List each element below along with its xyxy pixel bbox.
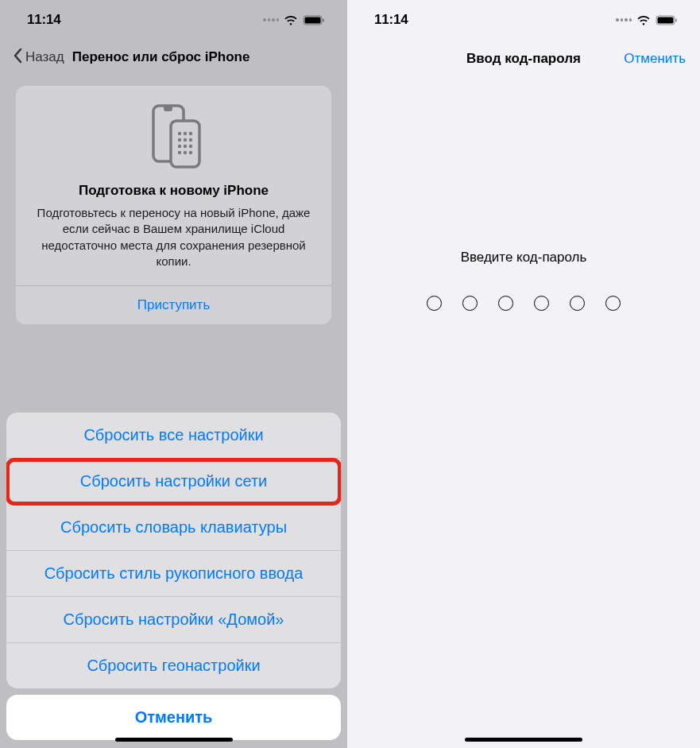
pin-dot — [534, 296, 549, 311]
passcode-nav-bar: Ввод код-пароля Отменить — [347, 41, 700, 76]
svg-point-12 — [177, 145, 180, 148]
page-title: Перенос или сброс iPhone — [72, 49, 250, 65]
svg-point-13 — [183, 145, 186, 148]
svg-rect-1 — [305, 17, 321, 23]
screen-transfer-or-reset: 11:14 Назад Перенос или сброс iPhone — [0, 0, 347, 748]
passcode-prompt: Введите код-пароль — [347, 250, 700, 265]
svg-rect-19 — [658, 17, 674, 23]
status-time: 11:14 — [374, 12, 408, 28]
reset-handwriting-style-button[interactable]: Сбросить стиль рукописного ввода — [6, 551, 341, 597]
reset-keyboard-dictionary-button[interactable]: Сбросить словарь клавиатуры — [6, 505, 341, 551]
svg-point-16 — [183, 151, 186, 154]
svg-point-15 — [177, 151, 180, 154]
pin-dot — [498, 296, 513, 311]
cellular-icon — [616, 18, 632, 21]
cancel-button[interactable]: Отменить — [624, 51, 686, 67]
status-icons — [616, 15, 678, 25]
prepare-new-iphone-card: Подготовка к новому iPhone Подготовьтесь… — [16, 86, 331, 324]
battery-icon — [656, 15, 678, 25]
card-title: Подготовка к новому iPhone — [30, 183, 317, 199]
status-bar: 11:14 — [0, 0, 347, 40]
passcode-dots[interactable] — [347, 296, 700, 311]
reset-home-screen-button[interactable]: Сбросить настройки «Домой» — [6, 597, 341, 643]
home-indicator[interactable] — [115, 738, 233, 742]
status-icons — [263, 15, 325, 25]
screen-passcode-entry: 11:14 Ввод код-пароля Отменить Введите к… — [347, 0, 700, 748]
battery-icon — [303, 15, 325, 25]
svg-point-9 — [177, 138, 180, 141]
devices-icon — [30, 103, 317, 169]
svg-point-11 — [188, 138, 191, 141]
passcode-title: Ввод код-пароля — [466, 51, 581, 67]
svg-rect-4 — [164, 106, 172, 111]
pin-dot — [570, 296, 585, 311]
svg-point-14 — [188, 145, 191, 148]
svg-point-10 — [183, 138, 186, 141]
reset-network-settings-button[interactable]: Сбросить настройки сети — [6, 459, 341, 505]
get-started-button[interactable]: Приступить — [30, 286, 317, 324]
passcode-body: Введите код-пароль — [347, 250, 700, 311]
svg-rect-2 — [323, 18, 324, 21]
svg-point-8 — [188, 132, 191, 135]
sheet-options-group: Сбросить все настройки Сбросить настройк… — [6, 413, 341, 688]
svg-rect-5 — [171, 121, 199, 167]
wifi-icon — [636, 15, 651, 25]
back-label: Назад — [25, 49, 64, 65]
cancel-button[interactable]: Отменить — [6, 695, 341, 740]
nav-bar: Назад Перенос или сброс iPhone — [0, 40, 347, 75]
back-button[interactable]: Назад — [13, 48, 64, 68]
cellular-icon — [263, 18, 279, 21]
svg-point-17 — [188, 151, 191, 154]
pin-dot — [605, 296, 621, 311]
svg-rect-20 — [675, 18, 677, 21]
pin-dot — [462, 296, 478, 311]
card-text: Подготовьтесь к переносу на новый iPhone… — [30, 205, 317, 269]
chevron-left-icon — [13, 48, 22, 68]
home-indicator[interactable] — [465, 738, 582, 742]
reset-action-sheet: Сбросить все настройки Сбросить настройк… — [0, 413, 347, 748]
reset-all-settings-button[interactable]: Сбросить все настройки — [6, 413, 341, 459]
svg-point-6 — [177, 132, 180, 135]
reset-location-settings-button[interactable]: Сбросить геонастройки — [6, 643, 341, 688]
svg-point-7 — [183, 132, 186, 135]
pin-dot — [427, 296, 442, 311]
status-bar: 11:14 — [347, 0, 700, 40]
wifi-icon — [284, 15, 298, 25]
status-time: 11:14 — [27, 12, 60, 28]
